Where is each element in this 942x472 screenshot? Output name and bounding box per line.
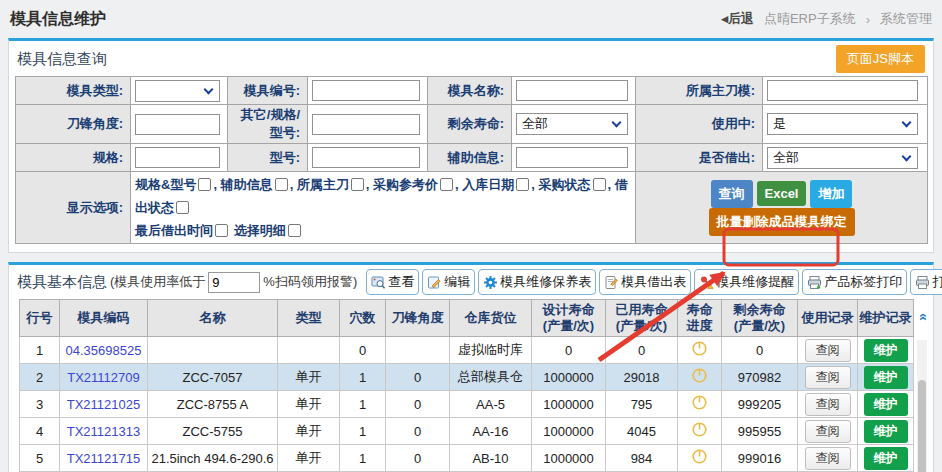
back-link[interactable]: ◂后退 bbox=[721, 10, 754, 28]
mold-type: 单开 bbox=[278, 418, 340, 445]
remaining-life: 970982 bbox=[722, 364, 798, 391]
blade-angle: 0 bbox=[386, 391, 450, 418]
lent-select[interactable]: 全部 bbox=[767, 147, 918, 169]
aux-info-input[interactable] bbox=[516, 147, 628, 168]
other-spec-label: 其它/规格/型号: bbox=[228, 105, 308, 144]
column-header: 模具编码 bbox=[60, 300, 148, 337]
display-option-checkbox[interactable] bbox=[198, 178, 211, 191]
mold-code-link[interactable]: 04.35698525 bbox=[66, 343, 142, 358]
row-number: 3 bbox=[20, 391, 60, 418]
maintain-record-button[interactable]: 维护 bbox=[864, 339, 908, 362]
usage-threshold-input[interactable] bbox=[208, 272, 260, 293]
view-record-cell: 查阅 bbox=[798, 337, 858, 364]
view-record-cell: 查阅 bbox=[798, 418, 858, 445]
chevron-down-icon bbox=[611, 118, 621, 128]
maintain-record-button[interactable]: 维护 bbox=[864, 447, 908, 470]
blade-angle: 0 bbox=[386, 364, 450, 391]
display-option-checkbox[interactable] bbox=[440, 178, 453, 191]
info-panel-title: 模具基本信息 bbox=[17, 273, 107, 292]
batch-delete-button[interactable]: 批量删除成品模具绑定 bbox=[709, 208, 855, 236]
column-header: 已用寿命 (产量/次) bbox=[606, 300, 678, 337]
warehouse-location: AA-16 bbox=[450, 418, 532, 445]
display-option-checkbox[interactable] bbox=[516, 178, 529, 191]
view-button-label: 查看 bbox=[388, 273, 414, 291]
mold-code-input[interactable] bbox=[312, 80, 420, 101]
remaining-life: 999016 bbox=[722, 445, 798, 472]
view-button[interactable]: 查看 bbox=[366, 269, 419, 295]
repair-reminder-button[interactable]: 模具维修提醒 bbox=[694, 269, 799, 295]
view-record-button[interactable]: 查阅 bbox=[805, 393, 851, 416]
blade-angle: 0 bbox=[386, 445, 450, 472]
mold-code-link[interactable]: TX21121313 bbox=[67, 424, 141, 439]
table-row[interactable]: 2TX21112709ZCC-7057单开10总部模具仓100000029018… bbox=[20, 364, 914, 391]
view-record-button[interactable]: 查阅 bbox=[805, 339, 851, 362]
in-use-select[interactable]: 是 bbox=[767, 113, 918, 135]
table-row[interactable]: 5TX2112171521.5inch 494.6-290.6单开10AB-10… bbox=[20, 445, 914, 472]
breadcrumb-section[interactable]: 系统管理 bbox=[880, 10, 932, 28]
gear-icon bbox=[483, 275, 498, 290]
display-option-checkbox[interactable] bbox=[215, 224, 228, 237]
life-progress-clock-icon bbox=[691, 367, 708, 384]
column-header: 维护记录 bbox=[858, 300, 914, 337]
add-button[interactable]: 增加 bbox=[810, 180, 852, 208]
usage-threshold-prefix: (模具使用率低于 bbox=[110, 273, 205, 291]
remaining-life-label: 剩余寿命: bbox=[428, 105, 512, 144]
spec-input[interactable] bbox=[135, 147, 220, 168]
mold-code-link[interactable]: TX21112709 bbox=[67, 370, 140, 385]
display-option-label: 入库日期 bbox=[462, 177, 514, 192]
life-progress-cell bbox=[678, 418, 722, 445]
display-option-label: 辅助信息 bbox=[221, 177, 273, 192]
display-option-checkbox[interactable] bbox=[593, 178, 606, 191]
mold-table: 行号模具编码名称类型穴数刀锋角度仓库货位设计寿命 (产量/次)已用寿命 (产量/… bbox=[19, 299, 914, 472]
breadcrumb-app[interactable]: 点晴ERP子系统 bbox=[764, 10, 856, 28]
remaining-life: 0 bbox=[722, 337, 798, 364]
table-row[interactable]: 104.356985250虚拟临时库000查阅维护 bbox=[20, 337, 914, 364]
warehouse-location: 虚拟临时库 bbox=[450, 337, 532, 364]
product-label-print-button[interactable]: 产品标签打印 bbox=[802, 269, 907, 295]
lend-table-button[interactable]: 模具借出表 bbox=[599, 269, 691, 295]
cavity-count: 0 bbox=[340, 337, 386, 364]
maintain-table-button[interactable]: 模具维修保养表 bbox=[478, 269, 596, 295]
page-js-script-button[interactable]: 页面JS脚本 bbox=[836, 45, 925, 73]
row-number: 1 bbox=[20, 337, 60, 364]
collapse-columns-icon[interactable]: « bbox=[916, 313, 932, 321]
table-row[interactable]: 3TX21121025ZCC-8755 A单开10AA-510000007959… bbox=[20, 391, 914, 418]
remaining-life: 995955 bbox=[722, 418, 798, 445]
maintain-record-button[interactable]: 维护 bbox=[864, 366, 908, 389]
maintain-record-button[interactable]: 维护 bbox=[864, 393, 908, 416]
view-record-button[interactable]: 查阅 bbox=[805, 447, 851, 470]
detail-label-print-button[interactable]: 打印明细标签 bbox=[910, 269, 942, 295]
display-option-checkbox[interactable] bbox=[176, 201, 189, 214]
scrollbar-thumb[interactable] bbox=[918, 380, 926, 472]
maintain-record-button[interactable]: 维护 bbox=[864, 420, 908, 443]
display-option-checkbox[interactable] bbox=[288, 224, 301, 237]
blade-angle: 0 bbox=[386, 418, 450, 445]
mold-name-input[interactable] bbox=[516, 80, 628, 101]
printer-icon bbox=[807, 275, 822, 290]
edit-button[interactable]: 编辑 bbox=[422, 269, 475, 295]
model-label: 型号: bbox=[228, 144, 308, 172]
excel-button[interactable]: Excel bbox=[757, 181, 807, 206]
life-progress-clock-icon bbox=[691, 340, 708, 357]
mold-type-select[interactable] bbox=[135, 80, 220, 102]
other-spec-input[interactable] bbox=[312, 114, 420, 135]
view-record-button[interactable]: 查阅 bbox=[805, 420, 851, 443]
blade-angle-input[interactable] bbox=[135, 114, 220, 135]
mold-code-cell: TX21112709 bbox=[60, 364, 148, 391]
mold-code-link[interactable]: TX21121025 bbox=[67, 397, 141, 412]
chevron-down-icon bbox=[902, 151, 912, 161]
display-option-checkbox[interactable] bbox=[351, 178, 364, 191]
mold-code-cell: 04.35698525 bbox=[60, 337, 148, 364]
design-life: 1000000 bbox=[532, 418, 606, 445]
mold-code-link[interactable]: TX21121715 bbox=[67, 451, 141, 466]
query-buttons-cell: 查询Excel增加批量删除成品模具绑定 bbox=[636, 172, 928, 244]
vertical-scrollbar[interactable] bbox=[917, 340, 927, 472]
column-header: 刀锋角度 bbox=[386, 300, 450, 337]
model-input[interactable] bbox=[312, 147, 420, 168]
display-option-checkbox[interactable] bbox=[275, 178, 288, 191]
query-button[interactable]: 查询 bbox=[711, 180, 753, 208]
remaining-life-select[interactable]: 全部 bbox=[516, 113, 628, 135]
main-knife-input[interactable] bbox=[767, 80, 918, 101]
table-row[interactable]: 4TX21121313ZCC-5755单开10AA-16100000040459… bbox=[20, 418, 914, 445]
view-record-button[interactable]: 查阅 bbox=[805, 366, 851, 389]
